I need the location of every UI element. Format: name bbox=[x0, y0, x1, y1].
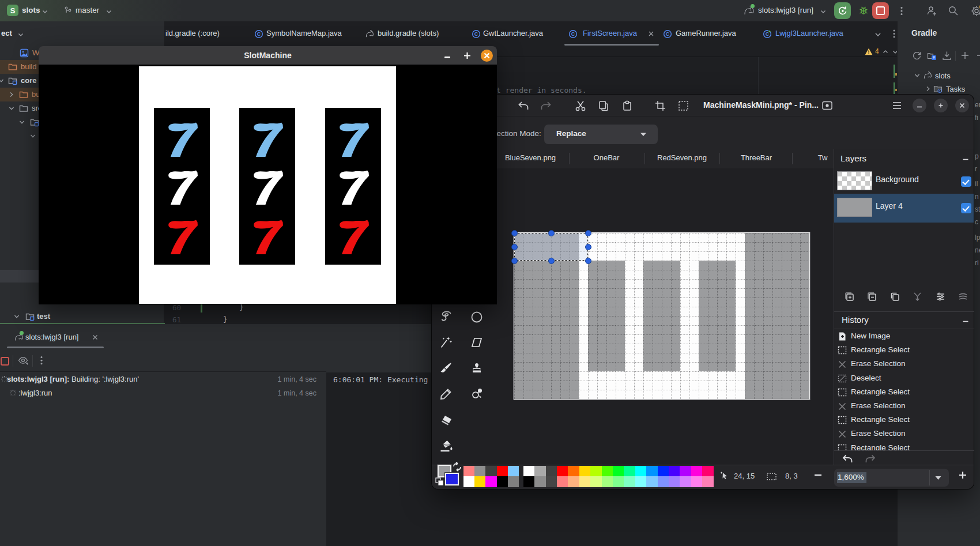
image-tab[interactable]: ThreeBar bbox=[741, 153, 772, 162]
palette-swatch[interactable] bbox=[590, 476, 601, 487]
palette-swatch[interactable] bbox=[658, 476, 669, 487]
tree-row[interactable]: test bbox=[0, 310, 164, 323]
refresh-icon[interactable] bbox=[912, 51, 922, 61]
palette-swatch[interactable] bbox=[463, 476, 474, 487]
layer-properties-icon[interactable] bbox=[933, 289, 948, 304]
history-item[interactable]: Rectangle Select bbox=[834, 385, 974, 399]
branch-widget[interactable]: master bbox=[76, 6, 99, 14]
chevron-down-icon[interactable] bbox=[0, 77, 5, 84]
magic-wand-tool[interactable] bbox=[437, 333, 455, 352]
palette-swatch[interactable] bbox=[546, 466, 557, 477]
palette-swatch[interactable] bbox=[669, 466, 680, 477]
history-item[interactable]: Rectangle Select bbox=[834, 343, 974, 357]
palette-swatch[interactable] bbox=[534, 476, 545, 487]
palette-swatch[interactable] bbox=[669, 476, 680, 487]
lasso-select-tool[interactable] bbox=[437, 308, 455, 326]
pinta-canvas[interactable] bbox=[514, 233, 809, 399]
palette-swatch[interactable] bbox=[602, 466, 613, 477]
pencil-tool[interactable] bbox=[437, 385, 455, 403]
layer-row[interactable]: Layer 4 bbox=[834, 194, 974, 223]
selection-handle[interactable] bbox=[548, 258, 555, 264]
palette-swatch[interactable] bbox=[534, 466, 545, 477]
selection-handle[interactable] bbox=[511, 230, 518, 236]
palette-swatch[interactable] bbox=[474, 466, 485, 477]
collapse-layers-button[interactable] bbox=[960, 152, 971, 164]
history-item[interactable]: New Image bbox=[834, 329, 974, 343]
undo-icon[interactable] bbox=[517, 99, 530, 112]
selection-handle[interactable] bbox=[585, 230, 591, 236]
kebab-icon[interactable] bbox=[897, 6, 906, 16]
selection-region[interactable] bbox=[514, 233, 588, 261]
slotmachine-titlebar[interactable]: SlotMachine bbox=[39, 46, 497, 65]
palette-swatch[interactable] bbox=[680, 476, 691, 487]
duplicate-layer-icon[interactable] bbox=[864, 289, 879, 304]
cut-icon[interactable] bbox=[574, 99, 587, 112]
build-output-row[interactable]: slots:lwjgl3 [run]: Building: ':lwjgl3:r… bbox=[0, 372, 326, 386]
rotate-layer-icon[interactable] bbox=[955, 289, 970, 304]
chevron-down-icon[interactable] bbox=[8, 105, 15, 112]
selection-handle[interactable] bbox=[511, 244, 518, 250]
palette-swatch[interactable] bbox=[485, 466, 496, 477]
palette-swatch[interactable] bbox=[635, 466, 646, 477]
image-tab[interactable]: Tw bbox=[818, 153, 828, 162]
palette-swatch[interactable] bbox=[497, 466, 508, 477]
eye-icon[interactable] bbox=[18, 356, 28, 364]
palette-swatch[interactable] bbox=[579, 466, 590, 477]
palette-swatch[interactable] bbox=[702, 466, 713, 477]
layer-visibility-checkbox[interactable] bbox=[961, 176, 971, 187]
gradle-tree-row[interactable]: slots bbox=[898, 69, 980, 82]
rerun-button[interactable] bbox=[834, 2, 851, 19]
palette-swatch[interactable] bbox=[568, 466, 579, 477]
palette-swatch[interactable] bbox=[546, 476, 557, 487]
palette-swatch[interactable] bbox=[474, 476, 485, 487]
palette-swatch[interactable] bbox=[624, 476, 635, 487]
history-item[interactable]: Erase Selection bbox=[834, 399, 974, 413]
zoom-out-button[interactable] bbox=[811, 468, 825, 482]
palette-swatch[interactable] bbox=[646, 476, 657, 487]
chevron-down-icon[interactable] bbox=[29, 133, 36, 140]
crop-icon[interactable] bbox=[654, 99, 666, 112]
maximize-button[interactable] bbox=[934, 99, 948, 112]
deselect-icon[interactable] bbox=[677, 99, 689, 112]
chevron-up-icon[interactable] bbox=[882, 48, 889, 55]
palette-swatch[interactable] bbox=[613, 476, 624, 487]
minimize-button[interactable] bbox=[442, 50, 452, 61]
zoom-combobox[interactable]: 1,600% bbox=[834, 469, 949, 487]
add-user-icon[interactable] bbox=[926, 5, 937, 17]
project-icon[interactable]: S bbox=[7, 5, 18, 16]
stop-icon[interactable] bbox=[1, 357, 9, 366]
undo-icon[interactable] bbox=[842, 454, 853, 464]
debug-icon[interactable] bbox=[858, 5, 869, 16]
source-set-icon[interactable] bbox=[927, 51, 937, 61]
history-item[interactable]: Deselect bbox=[834, 371, 974, 385]
palette-swatch[interactable] bbox=[557, 476, 568, 487]
selection-handle[interactable] bbox=[585, 244, 591, 250]
palette-swatch[interactable] bbox=[568, 476, 579, 487]
close-button[interactable] bbox=[481, 50, 493, 62]
palette-swatch[interactable] bbox=[485, 476, 496, 487]
paintbrush-tool[interactable] bbox=[437, 359, 455, 377]
chevron-down-icon[interactable] bbox=[874, 31, 882, 39]
run-tab-label[interactable]: slots:lwjgl3 [run] bbox=[25, 333, 78, 341]
zoom-in-button[interactable] bbox=[956, 468, 970, 482]
warning-count[interactable]: 4 bbox=[875, 47, 879, 55]
palette-swatch[interactable] bbox=[658, 466, 669, 477]
palette-swatch[interactable] bbox=[702, 476, 713, 487]
download-icon[interactable] bbox=[942, 51, 952, 61]
stop-button[interactable] bbox=[872, 2, 889, 19]
layer-visibility-checkbox[interactable] bbox=[961, 203, 971, 213]
selection-mode-dropdown[interactable]: Replace bbox=[544, 125, 658, 144]
history-item[interactable]: Rectangle Select bbox=[834, 441, 974, 450]
clone-stamp-tool[interactable] bbox=[468, 359, 486, 377]
history-item[interactable]: Erase Selection bbox=[834, 357, 974, 371]
palette-swatch[interactable] bbox=[508, 466, 519, 477]
palette-swatch[interactable] bbox=[497, 476, 508, 487]
chevron-right-icon[interactable] bbox=[8, 91, 15, 98]
palette-swatch[interactable] bbox=[613, 466, 624, 477]
history-item[interactable]: Erase Selection bbox=[834, 427, 974, 440]
palette-swatch[interactable] bbox=[579, 476, 590, 487]
close-icon[interactable] bbox=[648, 31, 654, 37]
menu-button[interactable] bbox=[890, 99, 904, 112]
palette-swatch[interactable] bbox=[523, 476, 534, 487]
reset-colors-icon[interactable] bbox=[435, 477, 444, 486]
